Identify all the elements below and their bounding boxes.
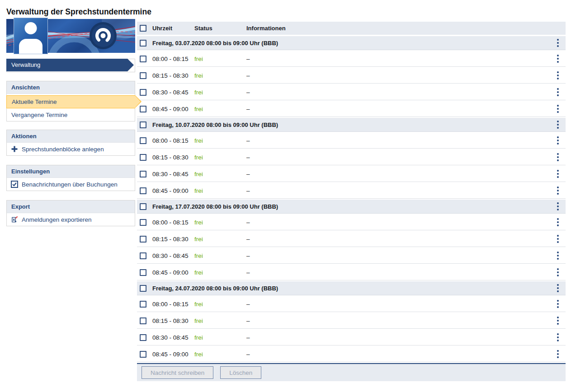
kebab-menu-icon[interactable] xyxy=(554,151,562,163)
slot-status: frei xyxy=(194,301,246,308)
spiral-logo-icon xyxy=(90,22,117,49)
row-checkbox[interactable] xyxy=(140,203,146,210)
row-checkbox[interactable] xyxy=(140,40,146,47)
write-message-button[interactable]: Nachricht schreiben xyxy=(142,366,213,379)
avatar xyxy=(14,18,48,54)
column-header-uhrzeit: Uhrzeit xyxy=(152,25,194,32)
slot-info: – xyxy=(246,72,550,79)
column-header-informationen: Informationen xyxy=(246,25,550,32)
row-checkbox[interactable] xyxy=(140,154,146,161)
slot-row: 08:15 - 08:30frei– xyxy=(137,149,566,165)
kebab-menu-icon[interactable] xyxy=(554,53,562,65)
excel-export-icon xyxy=(11,216,18,223)
row-checkbox[interactable] xyxy=(140,171,146,177)
row-checkbox[interactable] xyxy=(140,269,146,276)
select-all-checkbox[interactable] xyxy=(140,25,146,32)
row-checkbox[interactable] xyxy=(140,285,146,292)
row-checkbox[interactable] xyxy=(140,252,146,259)
row-checkbox[interactable] xyxy=(140,317,146,324)
table-body: Freitag, 03.07.2020 08:00 bis 09:00 Uhr … xyxy=(137,36,566,362)
kebab-menu-icon[interactable] xyxy=(554,298,562,310)
kebab-menu-icon[interactable] xyxy=(554,250,562,261)
slot-info: – xyxy=(246,187,550,194)
group-row: Freitag, 10.07.2020 08:00 bis 09:00 Uhr … xyxy=(137,118,566,132)
sidebar-item-anmeldungen-exportieren[interactable]: Anmeldungen exportieren xyxy=(7,213,135,226)
slot-info: – xyxy=(246,351,550,358)
kebab-menu-icon[interactable] xyxy=(554,216,562,228)
tab-verwaltung[interactable]: Verwaltung xyxy=(6,59,127,71)
widget-aktionen-title: Aktionen xyxy=(7,130,135,143)
row-checkbox[interactable] xyxy=(140,187,146,194)
kebab-menu-icon[interactable] xyxy=(554,119,562,131)
kebab-menu-icon[interactable] xyxy=(554,168,562,180)
slot-status: frei xyxy=(194,154,246,161)
slot-info: – xyxy=(246,269,550,276)
kebab-menu-icon[interactable] xyxy=(554,315,562,327)
kebab-menu-icon[interactable] xyxy=(554,348,562,360)
widget-einstellungen-title: Einstellungen xyxy=(7,165,135,178)
sidebar-item-aktuelle-termine[interactable]: Aktuelle Termine xyxy=(6,95,135,108)
slot-time: 08:15 - 08:30 xyxy=(152,154,194,161)
slot-status: frei xyxy=(194,106,246,112)
kebab-menu-icon[interactable] xyxy=(554,70,562,81)
group-title: Freitag, 10.07.2020 08:00 bis 09:00 Uhr … xyxy=(152,121,550,128)
slot-info: – xyxy=(246,219,550,226)
kebab-menu-icon[interactable] xyxy=(554,103,562,115)
slot-time: 08:30 - 08:45 xyxy=(152,334,194,341)
row-checkbox[interactable] xyxy=(140,351,146,358)
kebab-menu-icon[interactable] xyxy=(554,135,562,146)
checkbox-checked-icon[interactable] xyxy=(11,181,18,188)
slot-info: – xyxy=(246,171,550,177)
kebab-menu-icon[interactable] xyxy=(554,266,562,278)
slot-row: 08:15 - 08:30frei– xyxy=(137,231,566,247)
group-row: Freitag, 24.07.2020 08:00 bis 09:00 Uhr … xyxy=(137,281,566,295)
row-checkbox[interactable] xyxy=(140,56,146,62)
sidebar-item-vergangene-termine[interactable]: Vergangene Termine xyxy=(7,109,135,121)
delete-button[interactable]: Löschen xyxy=(220,366,261,379)
slot-row: 08:30 - 08:45frei– xyxy=(137,84,566,100)
kebab-menu-icon[interactable] xyxy=(554,201,562,212)
slot-info: – xyxy=(246,56,550,62)
slot-row: 08:30 - 08:45frei– xyxy=(137,330,566,345)
slot-info: – xyxy=(246,236,550,243)
kebab-menu-icon[interactable] xyxy=(554,37,562,49)
slot-time: 08:30 - 08:45 xyxy=(152,171,194,177)
row-checkbox[interactable] xyxy=(140,301,146,308)
slot-time: 08:00 - 08:15 xyxy=(152,301,194,308)
row-checkbox[interactable] xyxy=(140,334,146,341)
slot-info: – xyxy=(246,106,550,112)
slot-status: frei xyxy=(194,269,246,276)
slot-time: 08:45 - 09:00 xyxy=(152,269,194,276)
slot-time: 08:30 - 08:45 xyxy=(152,252,194,259)
sidebar-item-benachrichtungen[interactable]: Benachrichtungen über Buchungen xyxy=(7,178,135,191)
appointments-panel: Uhrzeit Status Informationen Freitag, 03… xyxy=(137,22,566,381)
widget-einstellungen: Einstellungen Benachrichtungen über Buch… xyxy=(6,165,135,191)
slot-info: – xyxy=(246,301,550,308)
widget-ansichten: Ansichten Aktuelle Termine Vergangene Te… xyxy=(6,81,135,121)
table-header-row: Uhrzeit Status Informationen xyxy=(137,22,566,35)
row-checkbox[interactable] xyxy=(140,121,146,128)
group-title: Freitag, 17.07.2020 08:00 bis 09:00 Uhr … xyxy=(152,203,550,210)
row-checkbox[interactable] xyxy=(140,219,146,226)
widget-ansichten-title: Ansichten xyxy=(7,81,135,94)
row-checkbox[interactable] xyxy=(140,137,146,144)
slot-time: 08:45 - 09:00 xyxy=(152,106,194,112)
kebab-menu-icon[interactable] xyxy=(554,331,562,343)
slot-row: 08:15 - 08:30frei– xyxy=(137,313,566,329)
slot-status: frei xyxy=(194,137,246,144)
row-checkbox[interactable] xyxy=(140,236,146,243)
slot-row: 08:45 - 09:00frei– xyxy=(137,265,566,280)
group-row: Freitag, 17.07.2020 08:00 bis 09:00 Uhr … xyxy=(137,200,566,214)
kebab-menu-icon[interactable] xyxy=(554,233,562,245)
sidebar-item-sprechstundenbloecke-anlegen[interactable]: Sprechstundenblöcke anlegen xyxy=(7,143,135,155)
slot-row: 08:00 - 08:15frei– xyxy=(137,133,566,149)
group-row: Freitag, 03.07.2020 08:00 bis 09:00 Uhr … xyxy=(137,36,566,50)
page-title: Verwaltung der Sprechstundentermine xyxy=(6,7,151,17)
kebab-menu-icon[interactable] xyxy=(554,185,562,196)
slot-status: frei xyxy=(194,219,246,226)
row-checkbox[interactable] xyxy=(140,72,146,79)
sidebar: Verwaltung Ansichten Aktuelle Termine Ve… xyxy=(6,19,135,226)
kebab-menu-icon[interactable] xyxy=(554,86,562,98)
row-checkbox[interactable] xyxy=(140,89,146,96)
kebab-menu-icon[interactable] xyxy=(554,282,562,294)
